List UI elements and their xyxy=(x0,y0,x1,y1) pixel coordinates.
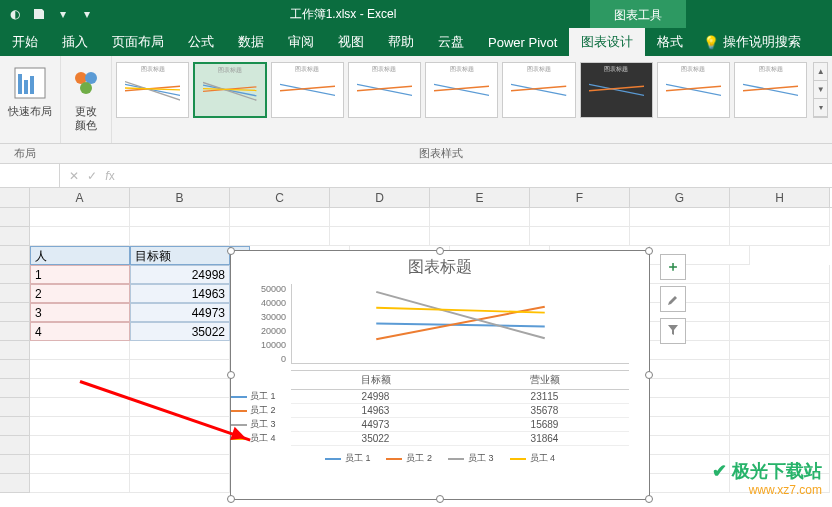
chart-style-9[interactable]: 图表标题 xyxy=(734,62,807,118)
plus-icon: ＋ xyxy=(666,258,680,276)
quick-layout-group[interactable]: 快速布局 xyxy=(0,56,61,143)
chart-styles-gallery: 图表标题 图表标题 图表标题 图表标题 图表标题 图表标题 图表标题 图表标题 … xyxy=(112,56,832,143)
watermark: ✔ 极光下载站 www.xz7.com xyxy=(712,459,822,497)
resize-handle[interactable] xyxy=(436,495,444,503)
svg-line-32 xyxy=(376,308,545,313)
row-header[interactable] xyxy=(0,284,30,303)
chart-object[interactable]: 图表标题 50000400003000020000100000 目标额营业额 员… xyxy=(230,250,650,500)
scroll-up-icon: ▲ xyxy=(814,63,827,81)
qat-dropdown-icon[interactable]: ▾ xyxy=(54,5,72,23)
cell[interactable]: 24998 xyxy=(130,265,230,284)
resize-handle[interactable] xyxy=(227,371,235,379)
tab-insert[interactable]: 插入 xyxy=(50,28,100,56)
tab-chart-design[interactable]: 图表设计 xyxy=(569,28,645,56)
chart-plot-area[interactable]: 50000400003000020000100000 xyxy=(291,284,629,364)
qat-more-icon[interactable]: ▾ xyxy=(78,5,96,23)
bulb-icon: 💡 xyxy=(703,35,719,50)
col-header[interactable]: B xyxy=(130,188,230,207)
col-header[interactable]: F xyxy=(530,188,630,207)
autosave-icon[interactable]: ◐ xyxy=(6,5,24,23)
col-header[interactable]: G xyxy=(630,188,730,207)
chart-style-3[interactable]: 图表标题 xyxy=(271,62,344,118)
scroll-more-icon: ▾ xyxy=(814,99,827,117)
tab-cloud[interactable]: 云盘 xyxy=(426,28,476,56)
chart-style-7[interactable]: 图表标题 xyxy=(580,62,653,118)
cancel-icon[interactable]: ✕ xyxy=(66,169,82,183)
col-header[interactable]: A xyxy=(30,188,130,207)
svg-rect-3 xyxy=(30,76,34,94)
cell[interactable]: 2 xyxy=(30,284,130,303)
change-colors-icon xyxy=(69,66,103,100)
chart-style-1[interactable]: 图表标题 xyxy=(116,62,189,118)
svg-point-6 xyxy=(80,82,92,94)
chart-filters-button[interactable] xyxy=(660,318,686,344)
col-header[interactable]: D xyxy=(330,188,430,207)
chart-style-2[interactable]: 图表标题 xyxy=(193,62,266,118)
ribbon: 快速布局 更改 颜色 图表标题 图表标题 图表标题 图表标题 图表标题 图表标题… xyxy=(0,56,832,144)
chart-style-5[interactable]: 图表标题 xyxy=(425,62,498,118)
row-header[interactable] xyxy=(0,322,30,341)
spreadsheet-grid: A B C D E F G H 人 目标额 营 1 24998 2 14963 … xyxy=(0,188,832,493)
resize-handle[interactable] xyxy=(645,495,653,503)
brush-icon xyxy=(666,291,680,308)
funnel-icon xyxy=(666,323,680,340)
chart-title[interactable]: 图表标题 xyxy=(231,251,649,284)
col-header[interactable]: E xyxy=(430,188,530,207)
tab-home[interactable]: 开始 xyxy=(0,28,50,56)
tab-powerpivot[interactable]: Power Pivot xyxy=(476,28,569,56)
cell[interactable]: 35022 xyxy=(130,322,230,341)
row-header[interactable] xyxy=(0,227,30,246)
enter-icon[interactable]: ✓ xyxy=(84,169,100,183)
scroll-down-icon: ▼ xyxy=(814,81,827,99)
ribbon-tabs: 开始 插入 页面布局 公式 数据 审阅 视图 帮助 云盘 Power Pivot… xyxy=(0,28,832,56)
contextual-tab: 图表工具 xyxy=(590,0,686,28)
tab-format[interactable]: 格式 xyxy=(645,28,695,56)
tab-view[interactable]: 视图 xyxy=(326,28,376,56)
cell[interactable]: 1 xyxy=(30,265,130,284)
fx-icon[interactable]: fx xyxy=(102,169,118,183)
row-header[interactable] xyxy=(0,265,30,284)
chart-styles-button[interactable] xyxy=(660,286,686,312)
tab-review[interactable]: 审阅 xyxy=(276,28,326,56)
tab-help[interactable]: 帮助 xyxy=(376,28,426,56)
name-box[interactable] xyxy=(0,164,60,187)
row-header[interactable] xyxy=(0,303,30,322)
title-bar: ◐ ▾ ▾ 工作簿1.xlsx - Excel 图表工具 xyxy=(0,0,832,28)
cell[interactable]: 14963 xyxy=(130,284,230,303)
chart-legend[interactable]: 员工 1 员工 2 员工 3 员工 4 xyxy=(231,446,649,471)
formula-bar: ✕ ✓ fx xyxy=(0,164,832,188)
select-all-corner[interactable] xyxy=(0,188,30,207)
cell[interactable]: 目标额 xyxy=(130,246,230,265)
resize-handle[interactable] xyxy=(436,247,444,255)
resize-handle[interactable] xyxy=(227,495,235,503)
tell-me[interactable]: 💡 操作说明搜索 xyxy=(695,33,809,51)
quick-layout-icon xyxy=(13,66,47,100)
layout-group-label: 布局 xyxy=(0,144,50,163)
chart-data-table: 目标额营业额 员工 12499823115 员工 21496335678 员工 … xyxy=(291,370,629,446)
resize-handle[interactable] xyxy=(645,247,653,255)
chart-style-6[interactable]: 图表标题 xyxy=(502,62,575,118)
chart-style-8[interactable]: 图表标题 xyxy=(657,62,730,118)
tab-formulas[interactable]: 公式 xyxy=(176,28,226,56)
svg-line-31 xyxy=(376,292,545,338)
change-colors-group[interactable]: 更改 颜色 xyxy=(61,56,112,143)
resize-handle[interactable] xyxy=(645,371,653,379)
chart-style-4[interactable]: 图表标题 xyxy=(348,62,421,118)
cell[interactable]: 4 xyxy=(30,322,130,341)
window-title: 工作簿1.xlsx - Excel xyxy=(96,6,590,23)
chart-elements-button[interactable]: ＋ xyxy=(660,254,686,280)
cell[interactable]: 3 xyxy=(30,303,130,322)
svg-rect-2 xyxy=(24,80,28,94)
col-header[interactable]: C xyxy=(230,188,330,207)
tab-data[interactable]: 数据 xyxy=(226,28,276,56)
cell[interactable]: 44973 xyxy=(130,303,230,322)
tab-page-layout[interactable]: 页面布局 xyxy=(100,28,176,56)
styles-group-label: 图表样式 xyxy=(50,144,832,163)
row-header[interactable] xyxy=(0,246,30,265)
col-header[interactable]: H xyxy=(730,188,830,207)
resize-handle[interactable] xyxy=(227,247,235,255)
save-icon[interactable] xyxy=(30,5,48,23)
row-header[interactable] xyxy=(0,208,30,227)
gallery-scroll[interactable]: ▲▼▾ xyxy=(813,62,828,118)
cell[interactable]: 人 xyxy=(30,246,130,265)
